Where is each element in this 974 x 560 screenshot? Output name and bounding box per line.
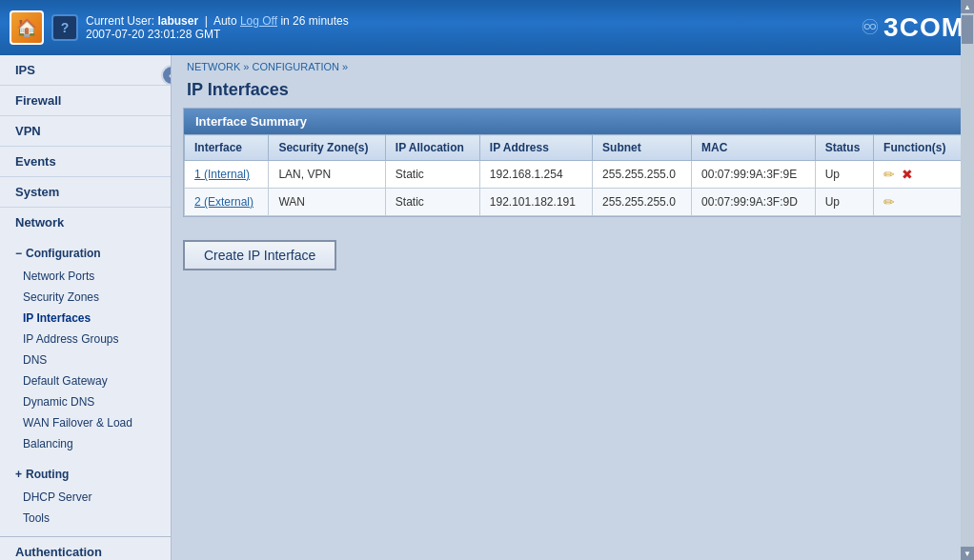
row1-subnet: 255.255.255.0 bbox=[593, 161, 692, 189]
row2-ip-address: 192.101.182.191 bbox=[479, 189, 592, 216]
row1-delete-icon[interactable]: ✖ bbox=[902, 167, 913, 182]
sidebar-item-dns[interactable]: DNS bbox=[0, 350, 171, 370]
home-icon[interactable]: 🏠 bbox=[10, 10, 44, 45]
row2-edit-icon[interactable]: ✏ bbox=[883, 194, 895, 210]
row2-subnet: 255.255.255.0 bbox=[593, 189, 692, 216]
row1-ip-address: 192.168.1.254 bbox=[479, 161, 592, 189]
row2-status: Up bbox=[815, 189, 873, 216]
header-left: 🏠 ? Current User: labuser | Auto Log Off… bbox=[10, 10, 349, 45]
main-layout: « IPS Firewall VPN Events System Network… bbox=[0, 55, 974, 560]
row1-ip-allocation: Static bbox=[385, 161, 479, 189]
row2-ip-allocation: Static bbox=[385, 189, 479, 216]
section-header: Interface Summary bbox=[184, 109, 962, 134]
sidebar-item-dhcp-server[interactable]: DHCP Server bbox=[0, 487, 171, 508]
username: labuser bbox=[157, 14, 198, 28]
row1-interface: 1 (Internal) bbox=[185, 161, 269, 189]
sidebar-item-network-ports[interactable]: Network Ports bbox=[0, 266, 171, 287]
row2-functions: ✏ bbox=[874, 189, 962, 216]
scroll-down-arrow[interactable]: ▼ bbox=[961, 547, 974, 560]
col-security-zone: Security Zone(s) bbox=[269, 135, 385, 161]
content-panel: Interface Summary Interface Security Zon… bbox=[183, 108, 963, 217]
row1-security-zone: LAN, VPN bbox=[269, 161, 385, 189]
col-functions: Function(s) bbox=[874, 135, 962, 161]
row1-mac: 00:07:99:9A:3F:9E bbox=[692, 161, 816, 189]
sidebar-item-vpn[interactable]: VPN bbox=[0, 116, 171, 147]
row1-edit-icon[interactable]: ✏ bbox=[883, 167, 895, 182]
sidebar-item-firewall[interactable]: Firewall bbox=[0, 86, 171, 116]
col-ip-address: IP Address bbox=[479, 135, 592, 161]
sidebar-item-dynamic-dns[interactable]: Dynamic DNS bbox=[0, 391, 171, 412]
sidebar-item-network[interactable]: Network bbox=[0, 208, 171, 237]
sidebar-item-system[interactable]: System bbox=[0, 177, 171, 208]
sidebar-item-events[interactable]: Events bbox=[0, 147, 171, 177]
header-user-info: Current User: labuser | Auto Log Off in … bbox=[86, 14, 349, 41]
sidebar-item-authentication[interactable]: Authentication bbox=[0, 537, 171, 560]
network-configuration-section: − Configuration Network Ports Security Z… bbox=[0, 237, 171, 458]
col-status: Status bbox=[815, 135, 873, 161]
sidebar-item-wan-failover[interactable]: WAN Failover & Load bbox=[0, 412, 171, 433]
row2-security-zone: WAN bbox=[269, 189, 385, 216]
row1-status: Up bbox=[815, 161, 873, 189]
routing-section: + Routing DHCP Server Tools bbox=[0, 458, 171, 532]
expand-routing-icon: + bbox=[15, 468, 22, 481]
routing-header[interactable]: + Routing bbox=[0, 462, 171, 487]
col-ip-allocation: IP Allocation bbox=[385, 135, 479, 161]
sidebar-item-tools[interactable]: Tools bbox=[0, 508, 171, 529]
content-area: NETWORK » CONFIGURATION » IP Interfaces … bbox=[172, 55, 974, 560]
page-title: IP Interfaces bbox=[172, 78, 974, 108]
row2-interface: 2 (External) bbox=[185, 189, 269, 216]
scroll-track bbox=[961, 55, 974, 547]
sidebar-item-ips[interactable]: IPS bbox=[0, 55, 171, 86]
logoff-link[interactable]: Log Off bbox=[240, 14, 277, 28]
sidebar-item-balancing[interactable]: Balancing bbox=[0, 433, 171, 454]
scrollbar[interactable]: ▲ ▼ bbox=[961, 55, 974, 560]
collapse-icon: − bbox=[15, 247, 22, 260]
breadcrumb-network[interactable]: NETWORK bbox=[187, 61, 240, 72]
sidebar-item-ip-interfaces[interactable]: IP Interfaces bbox=[0, 308, 171, 329]
create-button-container: Create IP Interface bbox=[172, 229, 974, 282]
row1-interface-link[interactable]: 1 (Internal) bbox=[194, 168, 250, 181]
interfaces-table: Interface Security Zone(s) IP Allocation… bbox=[184, 134, 962, 216]
col-subnet: Subnet bbox=[593, 135, 692, 161]
col-interface: Interface bbox=[185, 135, 269, 161]
sidebar: « IPS Firewall VPN Events System Network… bbox=[0, 55, 172, 560]
breadcrumb: NETWORK » CONFIGURATION » bbox=[172, 55, 974, 78]
configuration-header[interactable]: − Configuration bbox=[0, 241, 171, 266]
create-ip-interface-button[interactable]: Create IP Interface bbox=[183, 240, 336, 270]
sidebar-item-security-zones[interactable]: Security Zones bbox=[0, 287, 171, 308]
row1-functions: ✏ ✖ bbox=[874, 161, 962, 189]
row2-mac: 00:07:99:9A:3F:9D bbox=[692, 189, 816, 216]
breadcrumb-configuration[interactable]: CONFIGURATION bbox=[252, 61, 338, 72]
sidebar-item-default-gateway[interactable]: Default Gateway bbox=[0, 370, 171, 391]
logo-text: 3COM bbox=[883, 12, 964, 43]
table-row: 1 (Internal) LAN, VPN Static 192.168.1.2… bbox=[185, 161, 962, 189]
sidebar-item-ip-address-groups[interactable]: IP Address Groups bbox=[0, 329, 171, 350]
help-icon[interactable]: ? bbox=[51, 14, 78, 41]
top-header: 🏠 ? Current User: labuser | Auto Log Off… bbox=[0, 0, 974, 55]
current-user-label: Current User: bbox=[86, 14, 154, 28]
row2-interface-link[interactable]: 2 (External) bbox=[194, 195, 254, 209]
header-logo: ♾ 3COM bbox=[861, 12, 964, 43]
timestamp: 2007-07-20 23:01:28 GMT bbox=[86, 28, 220, 41]
table-row: 2 (External) WAN Static 192.101.182.191 … bbox=[185, 189, 962, 216]
auto-logoff-text: Auto Log Off in 26 minutes bbox=[213, 14, 349, 28]
col-mac: MAC bbox=[692, 135, 816, 161]
